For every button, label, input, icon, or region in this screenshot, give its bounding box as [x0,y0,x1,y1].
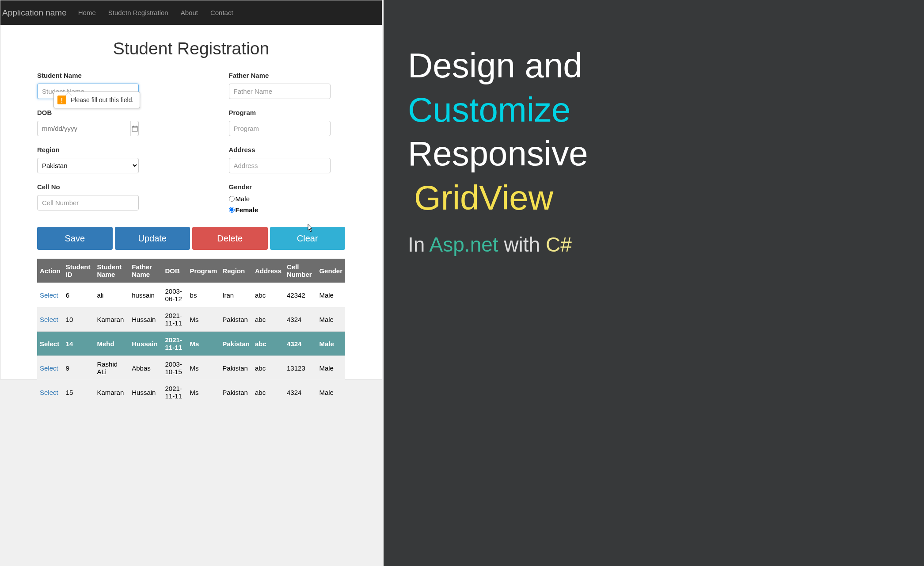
brand[interactable]: Application name [1,8,67,18]
nav-home[interactable]: Home [78,9,96,16]
table-cell: 14 [63,332,95,356]
table-cell: 9 [63,356,95,380]
table-cell: 6 [63,283,95,307]
cursor-icon [305,223,314,236]
warning-icon: ! [57,96,66,104]
address-input[interactable] [229,158,331,173]
program-label: Program [229,109,346,116]
table-row: Select9Rashid ALiAbbas2003-10-15MsPakist… [37,356,345,380]
table-header: Cell Number [284,259,316,283]
dob-input[interactable] [38,125,130,132]
table-cell: Pakistan [220,380,252,405]
student-name-label: Student Name [37,72,154,79]
table-cell: Kamaran [94,307,129,332]
table-cell: Hussain [129,380,162,405]
table-cell: 4324 [284,332,316,356]
table-header: Action [37,259,63,283]
promo-subtitle: In Asp.net with C# [408,233,900,256]
table-cell: abc [252,332,284,356]
table-cell: 42342 [284,283,316,307]
table-cell: Iran [220,283,252,307]
table-header: Program [187,259,220,283]
table-cell: abc [252,380,284,405]
table-header: Father Name [129,259,162,283]
table-cell: 2021-11-11 [162,380,187,405]
table-cell: 2003-10-15 [162,356,187,380]
gender-label: Gender [229,183,346,191]
table-cell: 4324 [284,380,316,405]
select-link[interactable]: Select [40,364,58,372]
navbar: Application name Home Studetn Registrati… [0,0,382,25]
promo-line-2: Customize [408,88,900,132]
select-link[interactable]: Select [40,389,58,396]
table-row: Select6alihussain2003-06-12bsIranabc4234… [37,283,345,307]
tooltip-text: Please fill out this field. [71,96,133,103]
table-header: Region [220,259,252,283]
gender-female-radio[interactable] [229,207,235,213]
table-cell: Ms [187,332,220,356]
table-cell: Male [316,356,345,380]
cellno-label: Cell No [37,183,154,191]
father-name-label: Father Name [229,72,346,79]
gender-male-label: Male [236,195,250,203]
nav-contact[interactable]: Contact [210,9,233,16]
students-table: ActionStudent IDStudent NameFather NameD… [37,259,345,404]
program-input[interactable] [229,121,331,136]
table-cell: Pakistan [220,307,252,332]
table-cell: Pakistan [220,332,252,356]
table-header: Address [252,259,284,283]
table-cell: abc [252,307,284,332]
father-name-input[interactable] [229,84,331,99]
validation-tooltip: ! Please fill out this field. [53,92,140,108]
update-button[interactable]: Update [115,227,190,250]
table-cell: hussain [129,283,162,307]
table-cell: Rashid ALi [94,356,129,380]
table-cell: 13123 [284,356,316,380]
table-row: Select15KamaranHussain2021-11-11MsPakist… [37,380,345,405]
address-label: Address [229,146,346,153]
gender-male-radio[interactable] [229,196,235,202]
save-button[interactable]: Save [37,227,113,250]
table-header: Gender [316,259,345,283]
svg-rect-0 [132,126,137,131]
table-header: Student ID [63,259,95,283]
table-cell: abc [252,283,284,307]
table-row: Select10KamaranHussain2021-11-11MsPakist… [37,307,345,332]
table-cell: Abbas [129,356,162,380]
table-cell: bs [187,283,220,307]
promo-panel: Design and Customize Responsive GridView… [384,0,924,566]
nav-registration[interactable]: Studetn Registration [108,9,168,16]
table-header: Student Name [94,259,129,283]
table-cell: 2021-11-11 [162,307,187,332]
promo-line-4: GridView [408,176,900,220]
nav-about[interactable]: About [181,9,198,16]
table-cell: Ms [187,307,220,332]
gender-female-label: Female [236,206,259,214]
page-title: Student Registration [37,39,345,58]
table-cell: Male [316,283,345,307]
table-cell: Hussain [129,307,162,332]
table-cell: abc [252,356,284,380]
table-cell: ali [94,283,129,307]
cellno-input[interactable] [37,195,139,210]
table-cell: 2003-06-12 [162,283,187,307]
dob-label: DOB [37,109,154,116]
table-cell: Male [316,332,345,356]
delete-button[interactable]: Delete [192,227,268,250]
region-select[interactable]: Pakistan [37,158,139,173]
table-cell: 15 [63,380,95,405]
promo-line-3: Responsive [408,132,900,176]
table-cell: Pakistan [220,356,252,380]
table-cell: Ms [187,356,220,380]
select-link[interactable]: Select [40,291,58,299]
table-cell: Male [316,307,345,332]
promo-line-1: Design and [408,44,900,88]
calendar-icon[interactable] [130,121,138,136]
select-link[interactable]: Select [40,340,59,348]
table-cell: Male [316,380,345,405]
table-cell: 2021-11-11 [162,332,187,356]
select-link[interactable]: Select [40,316,58,323]
table-header: DOB [162,259,187,283]
table-cell: 10 [63,307,95,332]
table-cell: Kamaran [94,380,129,405]
